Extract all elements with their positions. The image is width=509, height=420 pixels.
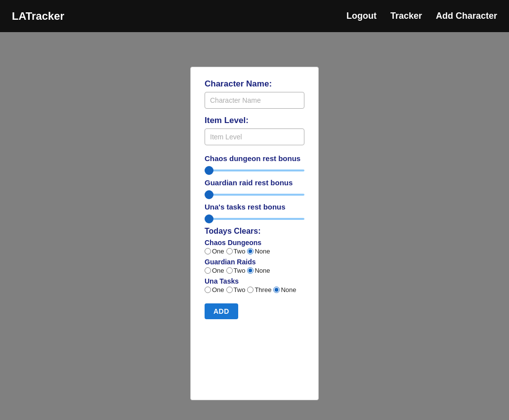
guardian-one-label[interactable]: One	[205, 267, 224, 274]
guardian-two-label[interactable]: Two	[226, 267, 246, 274]
chaos-dungeon-label: Chaos dungeon rest bonus	[205, 154, 304, 163]
chaos-none-radio[interactable]	[247, 248, 254, 254]
una-tasks-label: Una Tasks	[205, 277, 304, 285]
chaos-one-text: One	[212, 248, 224, 255]
chaos-none-label[interactable]: None	[247, 248, 270, 255]
una-tasks-radios: One Two Three None	[205, 286, 304, 294]
nav-logout[interactable]: Logout	[346, 11, 377, 21]
una-none-text: None	[281, 286, 296, 294]
una-one-text: One	[212, 286, 224, 294]
nav-add-character[interactable]: Add Character	[436, 11, 497, 21]
chaos-one-label[interactable]: One	[205, 248, 224, 255]
item-level-input[interactable]	[205, 128, 304, 145]
chaos-two-label[interactable]: Two	[226, 248, 246, 255]
chaos-dungeon-slider[interactable]	[205, 169, 304, 171]
una-tasks-group: Una Tasks One Two Three None	[205, 277, 304, 294]
nav-brand: LATracker	[12, 10, 346, 23]
add-character-form: Character Name: Item Level: Chaos dungeo…	[190, 67, 319, 400]
guardian-raids-label: Guardian Raids	[205, 258, 304, 266]
guardian-raid-slider-group: Guardian raid rest bonus	[205, 178, 304, 198]
guardian-two-radio[interactable]	[226, 267, 233, 274]
una-one-label[interactable]: One	[205, 286, 224, 294]
chaos-dungeons-label: Chaos Dungeons	[205, 239, 304, 247]
chaos-dungeon-slider-group: Chaos dungeon rest bonus	[205, 154, 304, 173]
guardian-one-text: One	[212, 267, 224, 274]
character-name-label: Character Name:	[205, 79, 304, 89]
una-three-radio[interactable]	[247, 287, 254, 293]
guardian-none-text: None	[254, 267, 270, 274]
guardian-raids-group: Guardian Raids One Two None	[205, 258, 304, 274]
page-background: Character Name: Item Level: Chaos dungeo…	[0, 32, 509, 420]
una-two-label[interactable]: Two	[226, 286, 246, 294]
una-two-text: Two	[234, 286, 246, 294]
navbar: LATracker Logout Tracker Add Character	[0, 0, 509, 32]
guardian-raid-label: Guardian raid rest bonus	[205, 178, 304, 187]
add-button[interactable]: ADD	[205, 303, 238, 319]
una-two-radio[interactable]	[226, 287, 233, 293]
nav-links: Logout Tracker Add Character	[346, 11, 497, 21]
guardian-raid-slider[interactable]	[205, 194, 304, 196]
unas-tasks-label: Una's tasks rest bonus	[205, 203, 304, 211]
chaos-one-radio[interactable]	[205, 248, 211, 254]
chaos-two-radio[interactable]	[226, 248, 233, 254]
unas-tasks-slider-group: Una's tasks rest bonus	[205, 203, 304, 222]
una-one-radio[interactable]	[205, 287, 211, 293]
una-none-radio[interactable]	[273, 287, 280, 293]
item-level-label: Item Level:	[205, 116, 304, 126]
guardian-one-radio[interactable]	[205, 267, 211, 274]
character-name-input[interactable]	[205, 92, 304, 109]
una-none-label[interactable]: None	[273, 286, 296, 294]
guardian-none-label[interactable]: None	[247, 267, 270, 274]
todays-clears-title: Todays Clears:	[205, 227, 304, 236]
guardian-raids-radios: One Two None	[205, 267, 304, 274]
unas-tasks-slider[interactable]	[205, 218, 304, 220]
una-three-text: Three	[254, 286, 271, 294]
una-three-label[interactable]: Three	[247, 286, 271, 294]
chaos-dungeons-group: Chaos Dungeons One Two None	[205, 239, 304, 255]
guardian-none-radio[interactable]	[247, 267, 254, 274]
guardian-two-text: Two	[234, 267, 246, 274]
chaos-none-text: None	[254, 248, 270, 255]
chaos-dungeons-radios: One Two None	[205, 248, 304, 255]
nav-tracker[interactable]: Tracker	[390, 11, 422, 21]
chaos-two-text: Two	[234, 248, 246, 255]
